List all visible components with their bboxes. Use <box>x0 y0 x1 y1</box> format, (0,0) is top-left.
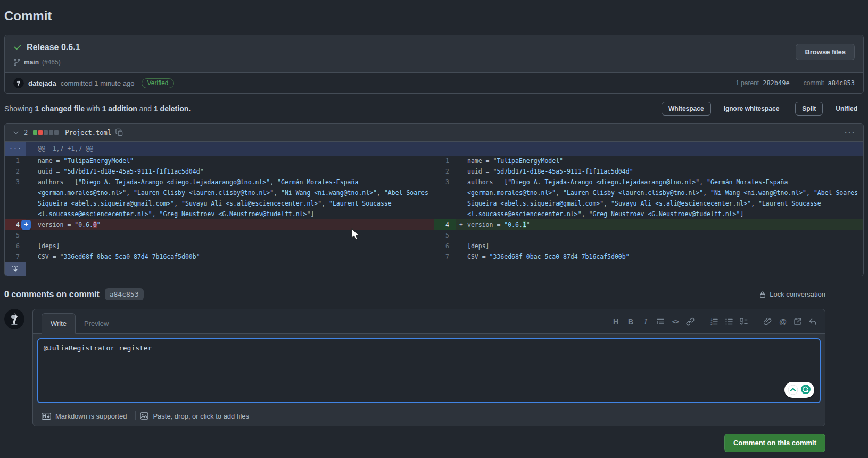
line-number[interactable]: 5 <box>5 230 26 241</box>
expand-down-button[interactable] <box>5 262 26 276</box>
line-number[interactable]: 7 <box>434 251 456 262</box>
expand-hunk-gutter[interactable]: ··· <box>5 142 26 156</box>
pr-reference[interactable]: (#465) <box>42 59 61 66</box>
changed-files-summary: Showing 1 changed file with 1 addition a… <box>4 104 191 113</box>
line-number[interactable]: 4+ <box>5 219 26 230</box>
heading-icon[interactable]: H <box>609 315 623 328</box>
unordered-list-icon[interactable] <box>722 315 736 328</box>
task-list-icon[interactable] <box>737 315 751 328</box>
diffstat-blocks <box>33 130 59 135</box>
markdown-toolbar: H B I <> 12 <box>609 315 820 333</box>
italic-icon[interactable]: I <box>639 315 652 328</box>
check-icon <box>13 43 22 52</box>
lock-icon <box>759 291 766 298</box>
bold-icon[interactable]: B <box>624 315 638 328</box>
parent-label: 1 parent <box>735 79 759 87</box>
code-line: [deps] <box>456 241 863 251</box>
commit-label: commit <box>804 79 824 87</box>
line-number[interactable]: 4 <box>434 219 456 230</box>
committer-login[interactable]: datejada <box>28 79 56 87</box>
code-icon[interactable]: <> <box>668 315 682 328</box>
chevron-down-icon[interactable] <box>12 129 20 136</box>
code-line <box>26 230 434 241</box>
line-number[interactable]: 3 <box>434 177 456 219</box>
code-line: -version = "0.6.0" <box>26 219 434 230</box>
commit-title: Release 0.6.1 <box>27 43 80 52</box>
page-title: Commit <box>4 9 864 23</box>
composer-footer: Markdown is supported Paste, drop, or cl… <box>33 407 825 426</box>
line-number[interactable]: 1 <box>434 156 456 166</box>
git-branch-icon <box>13 59 21 66</box>
link-icon[interactable] <box>683 315 697 328</box>
comment-form: Write Preview H B I <> 12 <box>4 309 825 426</box>
file-name[interactable]: Project.toml <box>65 129 111 136</box>
line-number[interactable]: 2 <box>434 166 456 177</box>
copy-file-path-icon[interactable] <box>115 128 123 136</box>
line-number[interactable]: 6 <box>5 241 26 251</box>
svg-text:2: 2 <box>710 322 713 326</box>
markdown-icon <box>42 413 51 420</box>
diff-layout-control-group: Split Unified <box>795 102 864 116</box>
code-line: +version = "0.6.1" <box>456 219 863 230</box>
commit-meta-row: datejada committed 1 minute ago Verified… <box>5 72 863 93</box>
comments-header: 0 comments on commit a84c853 Lock conver… <box>4 288 825 300</box>
code-line: name = "TulipaEnergyModel" <box>456 156 863 166</box>
commit-sha: a84c853 <box>828 79 855 87</box>
file-changes-count: 2 <box>24 129 28 136</box>
current-user-avatar[interactable] <box>4 309 24 329</box>
quote-icon[interactable] <box>654 315 667 328</box>
line-number[interactable]: 1 <box>5 156 26 166</box>
parent-sha-link[interactable]: 282b49e <box>763 79 790 87</box>
commit-box-header: Release 0.6.1 main (#465) Browse files <box>5 35 863 72</box>
attach-file-icon[interactable] <box>761 315 775 328</box>
page-header: Commit <box>4 0 864 29</box>
textarea-wrapper <box>33 334 825 407</box>
commit-sha-badge: a84c853 <box>105 288 144 300</box>
composer-tabs-row: Write Preview H B I <> 12 <box>33 309 825 334</box>
grammarly-extension-widget[interactable] <box>784 382 814 398</box>
comment-textarea[interactable] <box>37 338 821 403</box>
line-number[interactable]: 3 <box>5 177 26 219</box>
file-options-kebab-icon[interactable]: ··· <box>845 128 856 137</box>
diff-file-box: 2 Project.toml ··· ··· @@ -1,7 +1,7 @@ 1… <box>4 123 864 276</box>
mention-icon[interactable]: @ <box>776 315 790 328</box>
code-line: uuid = "5d7bd171-d18e-45a5-9111-f1f11ac5… <box>456 166 863 177</box>
hunk-header-row: ··· @@ -1,7 +1,7 @@ <box>5 142 863 156</box>
comment-composer: Write Preview H B I <> 12 <box>32 309 825 426</box>
diff-grid: 1name = "TulipaEnergyModel"1name = "Tuli… <box>5 156 863 262</box>
line-number[interactable]: 6 <box>434 241 456 251</box>
comment-on-commit-button[interactable]: Comment on this commit <box>724 434 825 452</box>
svg-text:1: 1 <box>710 317 713 322</box>
line-number[interactable]: 7 <box>5 251 26 262</box>
tab-write[interactable]: Write <box>42 313 76 334</box>
code-line: CSV = "336ed68f-0bac-5ca0-87d4-7b16caf5d… <box>26 251 434 262</box>
ignore-whitespace-button[interactable]: Ignore whitespace <box>717 102 786 115</box>
branch-name[interactable]: main <box>24 59 39 66</box>
tab-preview[interactable]: Preview <box>76 314 117 333</box>
cross-reference-icon[interactable] <box>791 315 805 328</box>
code-line: [deps] <box>26 241 434 251</box>
toolbar-divider <box>756 317 756 326</box>
browse-files-button[interactable]: Browse files <box>796 44 855 60</box>
code-line <box>456 230 863 241</box>
unified-view-button[interactable]: Unified <box>829 102 864 115</box>
verified-badge[interactable]: Verified <box>142 78 173 88</box>
split-view-button[interactable]: Split <box>795 102 823 116</box>
code-line: name = "TulipaEnergyModel" <box>26 156 434 166</box>
code-line: authors = ["Diego A. Tejada-Arango <dieg… <box>26 177 434 219</box>
numbered-list-icon[interactable]: 12 <box>707 315 721 328</box>
committer-avatar[interactable] <box>13 78 24 88</box>
line-number[interactable]: 5 <box>434 230 456 241</box>
saved-replies-icon[interactable] <box>806 315 820 328</box>
commit-box: Release 0.6.1 main (#465) Browse files d… <box>4 35 864 94</box>
add-line-comment-button[interactable]: + <box>21 220 31 230</box>
code-line: CSV = "336ed68f-0bac-5ca0-87d4-7b16caf5d… <box>456 251 863 262</box>
comment-actions-row: Comment on this commit <box>4 434 825 452</box>
lock-conversation-button[interactable]: Lock conversation <box>759 290 825 298</box>
attach-files-hint[interactable]: Paste, drop, or click to add files <box>136 408 258 420</box>
file-header: 2 Project.toml ··· <box>5 124 863 142</box>
hunk-header-text: @@ -1,7 +1,7 @@ <box>26 142 863 156</box>
markdown-supported-hint[interactable]: Markdown is supported <box>37 408 135 420</box>
line-number[interactable]: 2 <box>5 166 26 177</box>
whitespace-button[interactable]: Whitespace <box>662 102 711 116</box>
